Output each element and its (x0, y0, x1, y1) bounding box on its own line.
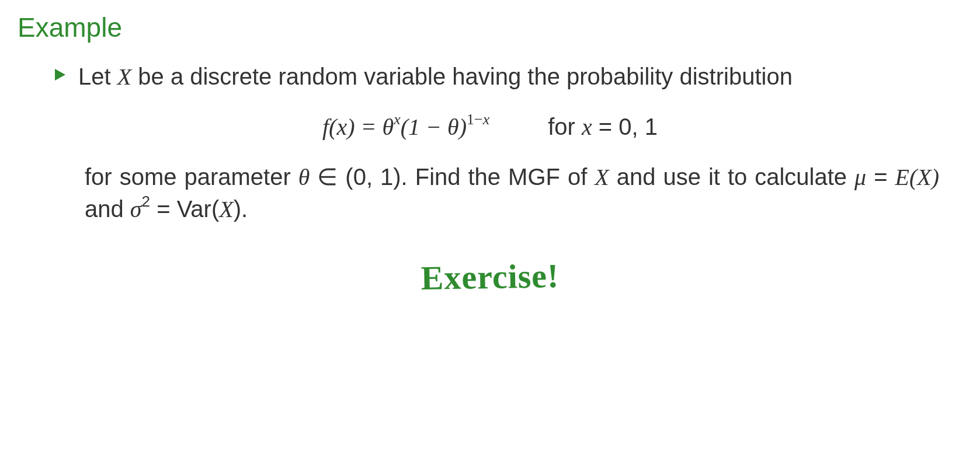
cond-prefix: for (548, 114, 582, 139)
slide-container: Example Let X be a discrete random varia… (0, 0, 980, 308)
theta-base-2: θ (447, 114, 459, 140)
followup-in: ∈ (0, 1). Find the MGF of (310, 164, 595, 190)
theta-param: θ (298, 164, 310, 190)
function-name: f (322, 114, 329, 140)
theta-base-1: θ (382, 114, 394, 140)
cond-values: = 0, 1 (592, 114, 658, 139)
bullet-item: Let X be a discrete random variable havi… (53, 61, 927, 93)
close-factor: ) (459, 114, 467, 140)
mu-sym: μ (854, 164, 866, 190)
followup-part2: and use it to calculate (609, 164, 854, 190)
exponent-2: 1−x (467, 111, 489, 128)
sigma-sym: σ (130, 196, 142, 222)
followup-close: ). (234, 196, 248, 222)
svg-marker-0 (55, 69, 65, 81)
cond-var: x (582, 114, 592, 140)
example-heading: Example (18, 12, 962, 43)
function-arg: x (336, 114, 347, 140)
X-var-2: X (219, 196, 233, 222)
sigma-squared: 2 (142, 193, 150, 210)
eq-sign-1: = (866, 164, 895, 190)
followup-part1: for some parameter (85, 164, 298, 190)
and-text: and (85, 196, 130, 222)
E-of-X: E(X) (895, 164, 939, 190)
open-factor: (1 − (401, 114, 447, 140)
triangle-right-icon (53, 68, 67, 84)
followup-text: for some parameter θ ∈ (0, 1). Find the … (85, 161, 939, 225)
exponent-1: x (394, 111, 401, 128)
bullet-text: Let X be a discrete random variable havi… (78, 61, 793, 93)
equation-condition: for x = 0, 1 (548, 113, 658, 141)
equation-main: f(x) = θx(1 − θ)1−x (322, 113, 489, 141)
equation: f(x) = θx(1 − θ)1−x for x = 0, 1 (18, 113, 962, 141)
X-var-1: X (595, 164, 609, 190)
eq-sign-2: = Var( (150, 196, 219, 222)
handwritten-annotation: Exercise! (18, 249, 963, 305)
